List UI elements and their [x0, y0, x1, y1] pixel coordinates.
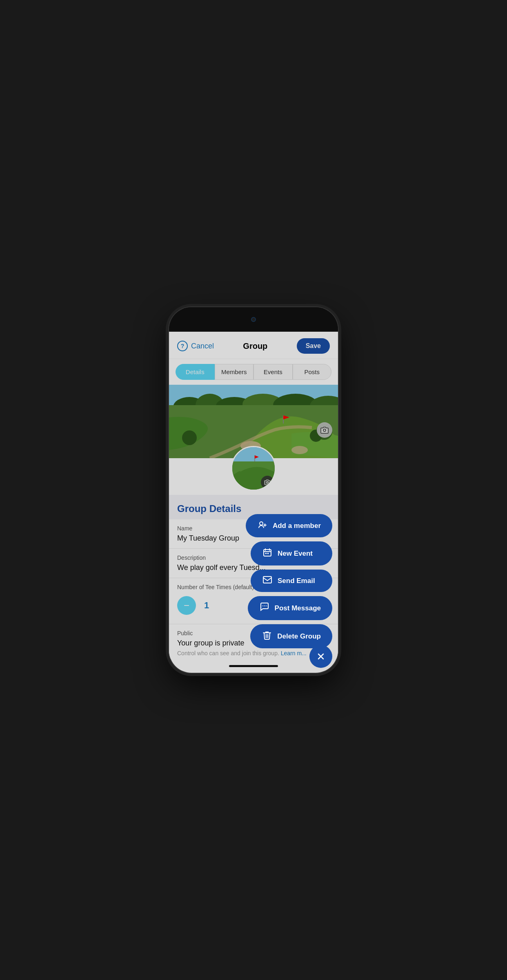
send-email-label: Send Email [278, 577, 315, 585]
calendar-icon [262, 548, 273, 559]
trash-icon [262, 631, 272, 642]
add-member-label: Add a member [273, 522, 321, 530]
svg-point-21 [260, 522, 263, 525]
add-member-icon [257, 521, 268, 531]
post-message-label: Post Message [275, 604, 321, 612]
post-message-button[interactable]: Post Message [248, 596, 332, 620]
svg-rect-28 [265, 553, 267, 554]
chat-icon [259, 603, 270, 614]
action-menu: Add a member New Event [246, 514, 332, 648]
send-email-button[interactable]: Send Email [251, 570, 332, 592]
svg-rect-29 [267, 553, 269, 554]
new-event-button[interactable]: New Event [251, 541, 332, 565]
new-event-label: New Event [278, 550, 313, 558]
svg-rect-30 [263, 576, 271, 583]
svg-rect-24 [264, 550, 271, 556]
add-member-button[interactable]: Add a member [246, 514, 332, 537]
svg-point-31 [262, 605, 263, 606]
envelope-icon [262, 576, 273, 585]
svg-point-33 [266, 605, 267, 606]
svg-point-32 [264, 605, 265, 606]
delete-group-label: Delete Group [277, 632, 321, 641]
